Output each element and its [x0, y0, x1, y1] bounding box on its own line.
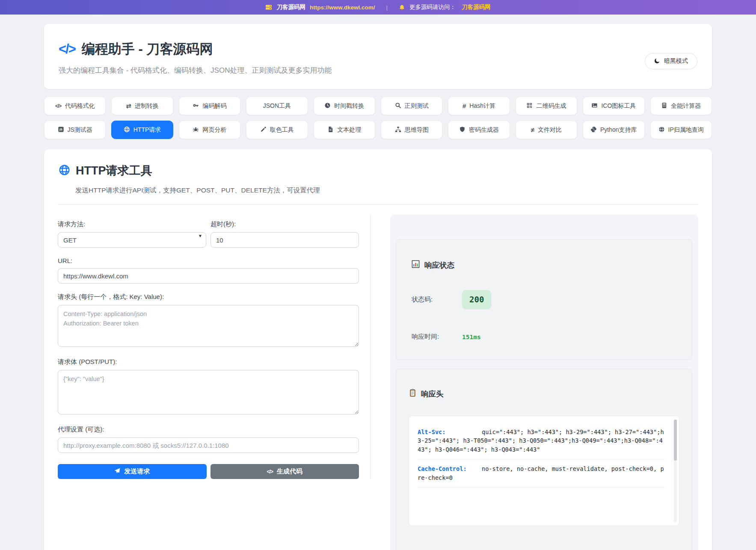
- status-code-label: 状态码:: [412, 296, 462, 304]
- tool-header-divider: [58, 204, 698, 205]
- generate-code-button[interactable]: </> 生成代码: [210, 464, 359, 479]
- scrollbar-thumb[interactable]: [674, 420, 677, 461]
- topbar-site-name: 刀客源码网: [276, 3, 305, 11]
- request-body-textarea[interactable]: [58, 370, 359, 414]
- hash-icon: #: [462, 103, 466, 109]
- paper-plane-icon: [114, 468, 120, 475]
- tool-tabs: </> 代码格式化 ⇄ 进制转换 编码解码 JSON工具 时间戳转换 正则测试 …: [44, 97, 712, 139]
- bell-icon: [399, 4, 405, 11]
- tab-text-process[interactable]: 文本处理: [314, 121, 375, 139]
- tab-password-generator[interactable]: 密码生成器: [448, 121, 510, 139]
- tab-python-lib[interactable]: Python支持库: [583, 121, 644, 139]
- scrollbar-track[interactable]: [674, 420, 677, 522]
- tab-color-picker[interactable]: 取色工具: [246, 121, 308, 139]
- header-name: Alt-Svc:: [418, 428, 482, 436]
- response-time-label: 响应时间:: [412, 333, 462, 341]
- tab-calculator[interactable]: 全能计算器: [650, 97, 712, 115]
- page-title: 编程助手 - 刀客源码网: [82, 40, 213, 58]
- status-code-badge: 200: [462, 290, 491, 309]
- tab-ico-tool[interactable]: ICO图标工具: [583, 97, 644, 115]
- tab-js-tester[interactable]: JS JS测试器: [44, 121, 106, 139]
- method-select[interactable]: GET: [58, 232, 206, 248]
- globe-tool-icon: [59, 164, 70, 177]
- url-label: URL:: [58, 257, 359, 264]
- header-name: Cache-Control:: [418, 464, 482, 473]
- eyedropper-icon: [260, 126, 267, 134]
- header-row: Alt-Svc:quic=":443"; h3=":443"; h3-29=":…: [418, 423, 664, 459]
- send-request-button[interactable]: 发送请求: [58, 464, 207, 479]
- header-row: Cache-Control:no-store, no-cache, must-r…: [418, 459, 664, 488]
- tab-regex-test[interactable]: 正则测试: [381, 97, 442, 115]
- timeout-input[interactable]: [210, 232, 359, 248]
- bar-chart-icon: [412, 260, 420, 270]
- http-request-tool-card: HTTP请求工具 发送HTTP请求进行API测试，支持GET、POST、PUT、…: [44, 149, 712, 550]
- tab-encode-decode[interactable]: 编码解码: [179, 97, 240, 115]
- file-icon: [327, 126, 334, 134]
- tab-qrcode-generate[interactable]: 二维码生成: [516, 97, 577, 115]
- tab-ip-lookup[interactable]: IP归属地查询: [650, 121, 712, 139]
- tab-file-diff[interactable]: ≠ 文件对比: [516, 121, 577, 139]
- exchange-icon: ⇄: [126, 103, 131, 109]
- tab-timestamp-convert[interactable]: 时间戳转换: [314, 97, 375, 115]
- topbar-more-text: 更多源码请访问：: [409, 3, 456, 11]
- response-headers-code-block[interactable]: Alt-Svc:quic=":443"; h3=":443"; h3-29=":…: [409, 416, 679, 526]
- tab-code-format[interactable]: </> 代码格式化: [44, 97, 106, 115]
- proxy-label: 代理设置 (可选):: [58, 426, 359, 434]
- tab-base-convert[interactable]: ⇄ 进制转换: [111, 97, 173, 115]
- request-headers-textarea[interactable]: [58, 305, 359, 347]
- globe-icon: [124, 126, 130, 134]
- method-label: 请求方法:: [58, 220, 206, 228]
- cards-icon: [265, 4, 272, 11]
- moon-icon: [654, 58, 660, 65]
- request-body-label: 请求体 (POST/PUT):: [58, 358, 359, 366]
- response-status-title: 响应状态: [424, 260, 454, 270]
- qrcode-icon: [526, 102, 533, 110]
- tool-subtitle: 发送HTTP请求进行API测试，支持GET、POST、PUT、DELETE方法，…: [75, 186, 698, 195]
- page-subtitle: 强大的编程工具集合 - 代码格式化、编码转换、JSON处理、正则测试及更多实用功…: [59, 65, 697, 75]
- sitemap-icon: [395, 126, 401, 134]
- code-icon: </>: [55, 103, 61, 109]
- proxy-input[interactable]: [58, 438, 359, 453]
- tab-json-tools[interactable]: JSON工具: [246, 97, 308, 115]
- timeout-label: 超时(秒):: [210, 220, 359, 228]
- request-headers-label: 请求头 (每行一个，格式: Key: Value):: [58, 293, 359, 301]
- response-panel: 响应状态 状态码: 200 响应时间: 151ms: [371, 214, 698, 550]
- ip-globe-icon: [658, 126, 665, 134]
- topbar-site-url-link[interactable]: https://www.dkewl.com/: [310, 4, 375, 11]
- clock-icon: [324, 102, 331, 110]
- code-icon: </>: [267, 469, 273, 474]
- spider-icon: [193, 126, 199, 134]
- shield-icon: [459, 126, 465, 134]
- calculator-icon: [661, 102, 667, 110]
- dark-mode-toggle-button[interactable]: 暗黑模式: [645, 53, 697, 69]
- response-headers-title: 响应头: [421, 389, 444, 399]
- tool-title: HTTP请求工具: [76, 163, 152, 178]
- tab-web-analyze[interactable]: 网页分析: [179, 121, 240, 139]
- clipboard-icon: [409, 389, 416, 399]
- response-headers-card: 响应头 Alt-Svc:quic=":443"; h3=":443"; h3-2…: [396, 369, 692, 550]
- code-logo-icon: </>: [59, 41, 75, 57]
- tab-hash-calc[interactable]: # Hash计算: [448, 97, 510, 115]
- request-form: 请求方法: GET ▼ 超时(秒): URL:: [58, 214, 371, 479]
- page-header: </> 编程助手 - 刀客源码网 强大的编程工具集合 - 代码格式化、编码转换、…: [44, 24, 712, 89]
- tab-mindmap[interactable]: 思维导图: [381, 121, 442, 139]
- tab-http-request[interactable]: HTTP请求: [111, 121, 173, 139]
- dark-mode-label: 暗黑模式: [664, 57, 688, 65]
- js-icon: JS: [58, 126, 64, 134]
- topbar-divider: |: [386, 4, 388, 11]
- response-time-value: 151ms: [462, 334, 481, 340]
- response-status-card: 响应状态 状态码: 200 响应时间: 151ms: [396, 239, 692, 360]
- url-input[interactable]: [58, 268, 359, 284]
- not-equal-icon: ≠: [531, 127, 534, 133]
- key-icon: [193, 102, 199, 110]
- svg-text:JS: JS: [59, 128, 62, 131]
- search-icon: [395, 102, 401, 110]
- image-icon: [591, 102, 598, 110]
- topbar-more-link[interactable]: 刀客源码网: [462, 3, 491, 11]
- python-icon: [590, 126, 597, 134]
- top-announcement-bar: 刀客源码网 https://www.dkewl.com/ | 更多源码请访问： …: [0, 0, 756, 15]
